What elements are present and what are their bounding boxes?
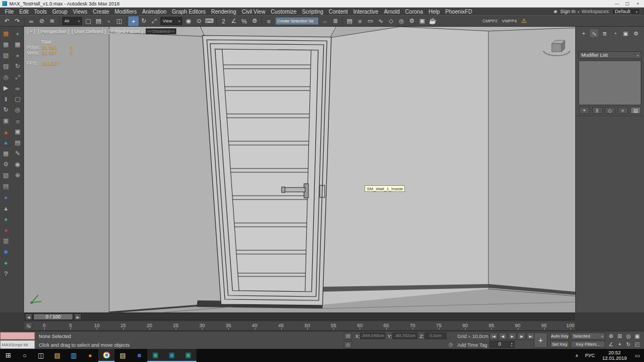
named-selection-sets-field[interactable]: Create Selection Se [275, 17, 319, 25]
grid-icon[interactable]: ▦ [1, 40, 11, 49]
snaps-toggle-icon[interactable]: 2 [218, 16, 229, 26]
lattice-icon[interactable]: ▦ [1, 149, 11, 158]
menu-item-arnold[interactable]: Arnold [381, 9, 402, 15]
task-view-button[interactable]: ◫ [33, 349, 49, 362]
material-editor-icon[interactable]: ◎ [396, 16, 407, 26]
slab-icon[interactable]: ▥ [1, 236, 11, 245]
orbit-icon[interactable]: ↻ [625, 341, 632, 348]
mesh-icon[interactable]: ▧ [1, 171, 11, 180]
key-selection-dropdown[interactable]: Selected ▾ [571, 333, 605, 340]
edit-named-selections-icon[interactable]: ≡ [264, 16, 274, 26]
menu-item-modifiers[interactable]: Modifiers [112, 9, 140, 15]
folder-button[interactable]: ▤ [115, 349, 131, 362]
select-and-move-icon[interactable]: + [128, 16, 139, 26]
water-icon[interactable]: ● [1, 138, 11, 147]
next-frame-button[interactable]: |▶ [517, 333, 526, 340]
mini-curve-editor-button[interactable]: ∿ [25, 322, 32, 329]
tab-hierarchy[interactable]: ≣ [600, 29, 609, 37]
fire-icon[interactable]: ▲ [1, 127, 11, 136]
menu-item-help[interactable]: Help [426, 9, 443, 15]
make-unique-button[interactable]: ◇ [605, 107, 615, 114]
tab-motion[interactable]: ◔ [611, 29, 619, 37]
select-and-link-icon[interactable]: ∞ [26, 16, 37, 26]
menu-item-scripting[interactable]: Scripting [299, 9, 326, 15]
viewport-canvas[interactable] [24, 27, 575, 312]
chrome-button[interactable] [98, 349, 115, 362]
spinner-snap-icon[interactable]: ⚙ [249, 16, 260, 26]
help-icon[interactable]: ? [1, 269, 11, 278]
keyboard-shortcut-override-icon[interactable]: ⌨ [204, 16, 214, 26]
sign-in-caret-icon[interactable]: ▾ [578, 10, 580, 14]
unlink-selection-icon[interactable]: ⊘ [37, 16, 47, 26]
previous-frame-button[interactable]: ◀| [499, 333, 507, 340]
menu-item-civil-view[interactable]: Civil View [239, 9, 268, 15]
zoom-extents-all-icon[interactable]: ▣ [634, 333, 641, 340]
store-button[interactable]: ▥ [65, 349, 82, 362]
render-setup-icon[interactable]: ⚙ [407, 16, 417, 26]
plugin-grid-icon[interactable]: ▦ [1, 29, 11, 38]
tab-display[interactable]: ▣ [622, 29, 630, 37]
y-coordinate-field[interactable]: -80,702cm [392, 333, 418, 339]
configure-modifier-sets-button[interactable]: ▤ [630, 107, 641, 114]
file-explorer-button[interactable]: ▤ [49, 349, 65, 362]
eye-icon[interactable]: ◉ [13, 160, 22, 169]
next-frame-arrow[interactable]: ▶ [74, 313, 81, 320]
menu-item-edit[interactable]: Edit [16, 9, 31, 15]
menu-item-content[interactable]: Content [326, 9, 350, 15]
rendered-frame-window-icon[interactable]: ▣ [417, 16, 427, 26]
pan-hand-icon[interactable]: ◇ [344, 341, 352, 348]
doc-icon[interactable]: ▤ [13, 138, 22, 147]
rotate-small-icon[interactable]: ↻ [13, 62, 22, 71]
workspace-dropdown[interactable]: Default ▾ [612, 8, 640, 15]
menu-item-rendering[interactable]: Rendering [208, 9, 239, 15]
remove-modifier-button[interactable]: × [618, 107, 628, 114]
scene-side-wall[interactable] [24, 27, 109, 312]
sheet-icon[interactable]: ▤ [1, 182, 11, 191]
viewport-general-menu[interactable]: [ + ] [27, 29, 35, 34]
maxscript-mini-listener[interactable]: MAXScript Mi [0, 340, 35, 349]
max-app-1-button[interactable]: ▣ [147, 349, 164, 362]
loop-icon[interactable]: ↻ [1, 105, 11, 114]
modifier-list-dropdown[interactable]: Modifier List ▾ [579, 51, 641, 59]
set-keys-button[interactable]: + [534, 333, 547, 348]
time-slider-thumb[interactable]: 0 / 100 [33, 313, 73, 320]
auto-key-button[interactable]: Auto Key [550, 333, 569, 340]
zoom-extents-icon[interactable]: ◎ [625, 333, 632, 340]
select-and-rotate-icon[interactable]: ↻ [139, 16, 149, 26]
window-restore-button[interactable]: ▢ [622, 0, 633, 7]
window-minimize-button[interactable]: — [612, 0, 622, 7]
time-slider[interactable]: ◀ 0 / 100 ▶ [24, 312, 575, 321]
schematic-view-icon[interactable]: ◇ [386, 16, 396, 26]
field-of-view-icon[interactable]: ∠ [607, 341, 615, 348]
play-animation-button[interactable]: ▶ [508, 333, 516, 340]
shapes-icon[interactable]: ▨ [1, 62, 11, 71]
menu-item-customize[interactable]: Customize [268, 9, 299, 15]
light-icon[interactable]: ☼ [13, 116, 22, 125]
render-production-icon[interactable]: ☕ [427, 16, 438, 26]
add-icon[interactable]: + [13, 29, 22, 38]
set-key-button[interactable]: Set Key [550, 341, 569, 348]
link-small-icon[interactable]: ∞ [13, 83, 22, 93]
sign-in-button[interactable]: Sign In [560, 9, 576, 14]
reference-coordinate-dropdown[interactable]: View▾ [160, 17, 182, 25]
blue-diamond-icon[interactable]: ◆ [1, 247, 11, 256]
modifier-stack[interactable] [579, 61, 641, 105]
menu-item-create[interactable]: Create [90, 9, 112, 15]
orange-app-button[interactable]: ● [82, 349, 98, 362]
box-small-icon[interactable]: ▣ [13, 127, 22, 136]
rectangular-selection-region-icon[interactable]: ▫ [104, 16, 114, 26]
maximize-viewport-toggle-icon[interactable]: ◰ [634, 341, 641, 348]
zoom-all-icon[interactable]: ⊞ [616, 333, 623, 340]
teal-ball-icon[interactable]: ● [1, 258, 11, 267]
go-to-start-button[interactable]: |◀ [490, 333, 498, 340]
selection-filter-dropdown[interactable]: All▾ [62, 17, 82, 25]
menu-item-animation[interactable]: Animation [140, 9, 169, 15]
menu-item-file[interactable]: File [2, 9, 16, 15]
gear-icon[interactable]: ⚙ [1, 160, 11, 169]
tab-utilities[interactable]: ⚙ [632, 29, 640, 37]
start-button[interactable]: ⊞ [0, 349, 16, 362]
show-end-result-button[interactable]: ⊻ [592, 107, 603, 114]
bind-to-space-warp-icon[interactable]: ≋ [47, 16, 57, 26]
pause-icon[interactable]: ‖ [1, 94, 11, 104]
pin-stack-button[interactable]: ⌖ [579, 107, 589, 114]
